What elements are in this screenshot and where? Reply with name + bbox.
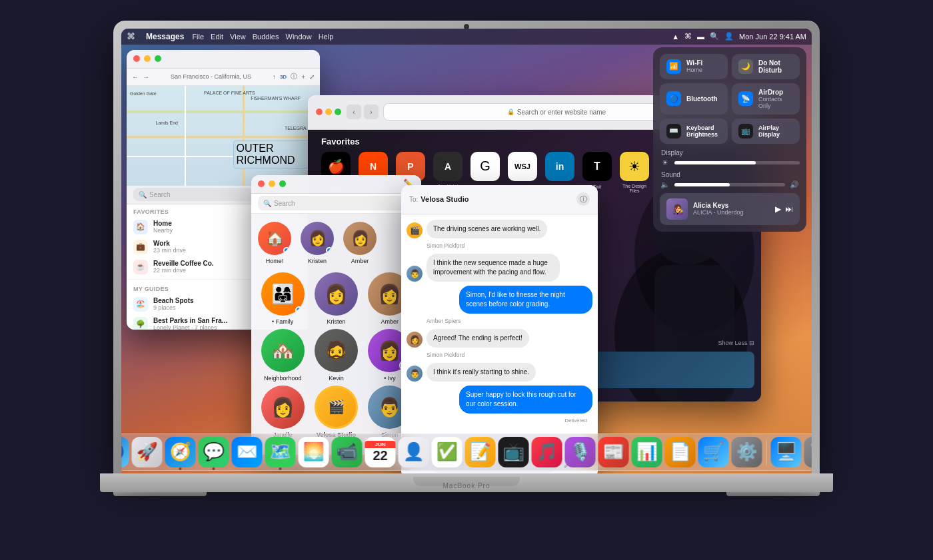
dock-mail[interactable]: ✉️	[232, 437, 263, 467]
dock-numbers[interactable]: 📊	[632, 437, 662, 467]
maps-3d-icon[interactable]: 3D	[280, 74, 287, 80]
grid-janelle[interactable]: 👩 Janelle	[258, 386, 307, 438]
cc-airdrop-tile[interactable]: 📡 AirDrop Contacts Only	[732, 83, 800, 115]
dock-music[interactable]: 🎵	[532, 437, 562, 467]
dock-appletv[interactable]: 📺	[498, 437, 529, 467]
maximize-button[interactable]	[155, 55, 161, 62]
macbook-foot-left	[113, 492, 207, 496]
maps-back-icon[interactable]: ←	[132, 73, 139, 81]
msg-sender-simon1: Simon Pickford	[427, 242, 592, 249]
maps-map-area[interactable]: Golden Gate Lands End FISHERMAN'S WHARF …	[127, 86, 320, 186]
calendar-month: JUN	[365, 441, 396, 448]
dock-contacts[interactable]: 👤	[399, 437, 429, 467]
close-button[interactable]	[133, 55, 140, 62]
safari-maximize[interactable]	[335, 109, 341, 115]
menu-edit[interactable]: Edit	[211, 33, 223, 41]
safari-close[interactable]	[316, 109, 323, 115]
dock-pages[interactable]: 📄	[665, 437, 696, 467]
dock-photos[interactable]: 🌅	[299, 437, 329, 467]
maps-forward-icon[interactable]: →	[143, 73, 149, 81]
messages-search-bar[interactable]: 🔍 Search	[258, 196, 415, 210]
minimize-button[interactable]	[144, 55, 151, 62]
show-less-button[interactable]: Show Less ⊟	[718, 340, 754, 348]
menu-file[interactable]: File	[192, 33, 204, 41]
volume-fill	[674, 183, 730, 186]
grid-velosa[interactable]: 🎬 Velosa Studio	[311, 386, 361, 438]
menu-help[interactable]: Help	[319, 33, 334, 41]
dock-notes[interactable]: 📝	[465, 437, 496, 467]
grid-kevin[interactable]: 🧔 Kevin	[311, 329, 361, 382]
menubar-left: ⌘ Messages File Edit View Buddies Window…	[127, 31, 333, 41]
messages-maximize[interactable]	[279, 180, 286, 187]
messages-sidebar-window[interactable]: ✏️ 🔍 Search 🏠	[251, 175, 421, 455]
news-icon: 📰	[603, 441, 624, 462]
dock-appstore[interactable]: 🛒	[698, 437, 729, 467]
menu-view[interactable]: View	[230, 33, 246, 41]
macbook-label: MacBook Pro	[443, 482, 490, 489]
maps-guide-beach-sub: 9 places	[153, 304, 194, 311]
volume-slider[interactable]	[674, 183, 785, 186]
contact-kristen[interactable]: 👩 Kristen	[301, 222, 334, 264]
dock-messages[interactable]: 💬	[199, 437, 229, 467]
msg-row-6: Super happy to lock this rough cut for o…	[407, 386, 592, 414]
screen-inner: ⌘ Messages File Edit View Buddies Window…	[121, 29, 812, 473]
wifi-tile-icon: 📶	[666, 59, 681, 74]
imsg-to-label: To:	[409, 196, 418, 203]
apple-menu[interactable]: ⌘	[127, 31, 135, 41]
maps-fullscreen-icon[interactable]: ⤢	[309, 73, 315, 81]
dock-desktop[interactable]: 🖥️	[771, 437, 802, 467]
display-brightness-slider[interactable]	[674, 161, 800, 164]
messages-minimize[interactable]	[269, 180, 275, 187]
cc-wifi-tile[interactable]: 📶 Wi-Fi Home	[660, 54, 728, 79]
dock-facetime[interactable]: 📹	[332, 437, 363, 467]
grid-neighborhood[interactable]: 🏘️ Neighborhood	[258, 329, 307, 382]
dock-maps[interactable]: 🗺️	[265, 437, 296, 467]
contact-amber[interactable]: 👩 Amber	[343, 222, 377, 264]
control-center[interactable]: 📶 Wi-Fi Home 🌙 Do Not Disturb	[653, 47, 806, 232]
numbers-icon: 📊	[636, 441, 658, 462]
kevin-avatar: 🧔	[315, 329, 358, 372]
menu-buddies[interactable]: Buddies	[253, 33, 279, 41]
cc-bt-tile[interactable]: 🔵 Bluetooth	[660, 83, 728, 115]
maps-guide-beach-text: Beach Spots 9 places	[153, 297, 194, 311]
fav-design[interactable]: ☀ The Design Files	[620, 152, 649, 193]
dock-finder[interactable]: 🔵	[121, 437, 129, 467]
maps-guide-parks-text: Best Parks in San Fra... Lonely Planet ·…	[153, 317, 227, 330]
dock-news[interactable]: 📰	[598, 437, 629, 467]
safari-forward-button[interactable]: ›	[364, 105, 379, 119]
maps-share-icon[interactable]: ↑	[273, 73, 276, 81]
messages-close[interactable]	[258, 180, 265, 187]
imessage-window[interactable]: To: Velosa Studio ⓘ 🎬 The driving scenes…	[401, 185, 598, 473]
contact-amber-avatar: 👩	[343, 222, 377, 255]
wifi-icon[interactable]: ▲	[672, 33, 679, 41]
menu-window[interactable]: Window	[286, 33, 312, 41]
kristen2-avatar: 👩	[315, 272, 358, 316]
dock-podcasts[interactable]: 🎙️	[565, 437, 596, 467]
forward-button[interactable]: ⏭	[785, 204, 793, 214]
cc-airplay-tile[interactable]: 📺 AirPlay Display	[732, 119, 800, 144]
grid-kristen2[interactable]: 👩 Kristen	[311, 272, 361, 325]
dock-launchpad[interactable]: 🚀	[132, 437, 163, 467]
grid-family[interactable]: 👨‍👩‍👧 • Family	[258, 272, 307, 325]
safari-minimize[interactable]	[325, 109, 332, 115]
search-icon[interactable]: 🔍	[710, 32, 719, 41]
imsg-info-button[interactable]: ⓘ	[576, 192, 590, 206]
mail-icon: ✉️	[237, 441, 258, 462]
safari-back-button[interactable]: ‹	[347, 105, 361, 119]
dock-calendar[interactable]: JUN 22	[365, 437, 396, 467]
dock-sysprefs[interactable]: ⚙️	[732, 437, 762, 467]
maps-add-icon[interactable]: +	[301, 73, 305, 81]
bluetooth-icon[interactable]: ⌘	[684, 32, 692, 41]
cc-dnd-tile[interactable]: 🌙 Do Not Disturb	[732, 54, 800, 79]
dock-trash[interactable]: 🗑️	[804, 437, 812, 467]
dock-safari[interactable]: 🧭	[165, 437, 196, 467]
maps-info-icon[interactable]: ⓘ	[291, 72, 297, 81]
contact-home[interactable]: 🏠 Home!	[258, 222, 291, 264]
battery-icon[interactable]: ▬	[697, 33, 704, 41]
user-icon[interactable]: 👤	[724, 32, 734, 41]
cc-now-playing[interactable]: 👩‍🎤 Alicia Keys ALICIA - Underdog ▶ ⏭	[660, 193, 800, 225]
cc-keyboard-tile[interactable]: ⌨️ Keyboard Brightness	[660, 119, 728, 144]
dock-reminders[interactable]: ✅	[432, 437, 463, 467]
play-button[interactable]: ▶	[775, 204, 781, 214]
desktop-content: ← → San Francisco - California, US ↑ 3D …	[121, 29, 812, 473]
